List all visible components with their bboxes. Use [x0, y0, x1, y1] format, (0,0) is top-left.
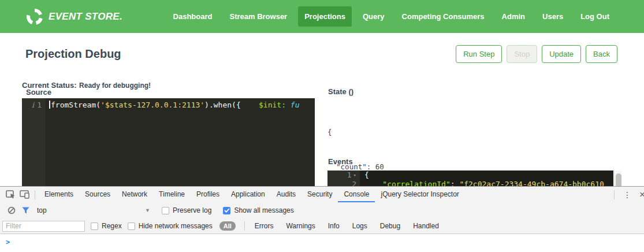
level-info[interactable]: Info	[322, 222, 346, 230]
event-store-logo-icon	[26, 8, 43, 25]
divider	[244, 221, 245, 231]
nav-item-log-out[interactable]: Log Out	[574, 6, 616, 27]
filter-all-badge[interactable]: All	[219, 221, 236, 231]
code-token: ).when({	[204, 101, 241, 109]
source-panel-label: Source	[26, 88, 51, 97]
show-all-messages-label: Show all messages	[234, 206, 293, 214]
devtools-tabbar: Elements Sources Network Timeline Profil…	[0, 187, 644, 202]
tab-elements[interactable]: Elements	[39, 187, 79, 202]
events-editor[interactable]: 1▾ { 2 "correlationId": "f2c02ac7-2334-4…	[327, 171, 613, 186]
source-line-number: 1	[37, 99, 42, 186]
devtools-panel: Elements Sources Network Timeline Profil…	[0, 186, 644, 252]
events-code-line: "correlationId": "f2c02ac7-2334-49cb-a67…	[360, 180, 604, 186]
preserve-log-checkbox[interactable]: Preserve log	[162, 206, 211, 214]
console-output: >	[0, 234, 644, 252]
level-warnings[interactable]: Warnings	[280, 222, 321, 230]
navbar: EVENT STORE. Dashboard Stream Browser Pr…	[0, 0, 644, 33]
tab-jquery-selector-inspector[interactable]: jQuery Selector Inspector	[375, 187, 464, 202]
level-errors[interactable]: Errors	[248, 222, 280, 230]
nav-item-projections[interactable]: Projections	[298, 6, 352, 27]
code-token-keyword: $init:	[259, 101, 286, 109]
tab-security[interactable]: Security	[301, 187, 338, 202]
tab-network[interactable]: Network	[116, 187, 153, 202]
nav-item-stream-browser[interactable]: Stream Browser	[223, 6, 293, 27]
divider	[614, 190, 615, 199]
nav-item-query[interactable]: Query	[356, 6, 391, 27]
inspect-element-icon[interactable]	[3, 188, 17, 202]
tab-timeline[interactable]: Timeline	[153, 187, 191, 202]
code-token-gap	[364, 180, 382, 186]
hide-network-messages-checkbox[interactable]: Hide network messages	[128, 222, 213, 230]
brand-name: EVENT STORE.	[49, 11, 122, 23]
code-token-gap	[241, 101, 259, 109]
kebab-menu-icon[interactable]: ⋮	[618, 190, 636, 199]
regex-checkbox[interactable]: Regex	[91, 222, 122, 230]
events-gutter: 1▾	[327, 171, 360, 180]
execution-context-selector[interactable]: top ▼	[37, 206, 150, 214]
main-nav: Dashboard Stream Browser Projections Que…	[165, 6, 618, 27]
header-buttons: Run Step Stop Update Back	[456, 45, 617, 63]
state-json-line: {	[327, 127, 384, 138]
chevron-down-icon: ▼	[145, 207, 150, 213]
code-token-string: '$stats-127.0.0.1:2113'	[100, 101, 204, 109]
source-code-editor[interactable]: i 1 fromStream('$stats-127.0.0.1:2113').…	[22, 98, 315, 186]
clear-console-icon[interactable]	[5, 203, 18, 217]
events-line: 1▾ {	[327, 171, 613, 180]
code-token-key: "correlationId"	[382, 180, 450, 186]
nav-item-users[interactable]: Users	[536, 6, 569, 27]
events-line-number: 2	[352, 180, 356, 186]
events-scrollbar[interactable]	[614, 171, 622, 186]
console-prompt-chevron-icon: >	[6, 238, 10, 246]
nav-item-admin[interactable]: Admin	[496, 6, 531, 27]
code-token-string: "f2c02ac7-2334-49cb-a674-bb0c610	[459, 180, 604, 186]
code-token-function: fu	[291, 101, 300, 109]
code-token-gap	[286, 101, 291, 109]
code-token: fromStream(	[51, 101, 100, 109]
state-panel-label: State ()	[328, 87, 353, 96]
show-all-messages-checkbox[interactable]: Show all messages	[223, 206, 293, 214]
console-filter-bar: Regex Hide network messages All Errors W…	[0, 218, 644, 234]
code-token: {	[360, 171, 369, 180]
source-gutter: i 1	[22, 98, 46, 186]
regex-label: Regex	[102, 222, 122, 230]
checkbox-unchecked	[91, 223, 98, 230]
page-title: Projection Debug	[25, 47, 121, 61]
run-step-button[interactable]: Run Step	[456, 45, 502, 63]
checkbox-unchecked	[128, 223, 135, 230]
code-token: :	[451, 180, 460, 186]
update-button[interactable]: Update	[542, 45, 581, 63]
devtools-window-controls: ⋮ ×	[611, 187, 644, 202]
tab-audits[interactable]: Audits	[271, 187, 301, 202]
text-cursor	[49, 101, 50, 109]
nav-item-dashboard[interactable]: Dashboard	[167, 6, 219, 27]
stop-button[interactable]: Stop	[507, 45, 537, 63]
console-input-row[interactable]: >	[0, 234, 644, 246]
events-panel-label: Events	[328, 157, 353, 166]
tab-application[interactable]: Application	[225, 187, 271, 202]
nav-item-competing-consumers[interactable]: Competing Consumers	[396, 6, 491, 27]
tab-console[interactable]: Console	[338, 187, 375, 202]
console-toolbar: top ▼ Preserve log Show all messages	[0, 202, 644, 218]
info-annotation-icon: i	[32, 99, 34, 186]
fold-arrow-icon[interactable]: ▾	[353, 171, 356, 180]
close-icon[interactable]: ×	[636, 189, 644, 201]
tab-sources[interactable]: Sources	[79, 187, 116, 202]
filter-input[interactable]	[2, 221, 85, 232]
divider	[35, 190, 35, 199]
events-line-number: 1	[347, 171, 352, 180]
brand[interactable]: EVENT STORE.	[26, 8, 122, 25]
back-button[interactable]: Back	[586, 45, 617, 63]
tab-profiles[interactable]: Profiles	[191, 187, 225, 202]
hide-network-messages-label: Hide network messages	[139, 222, 213, 230]
execution-context-value: top	[37, 206, 47, 214]
level-debug[interactable]: Debug	[374, 222, 407, 230]
scrollbar-thumb[interactable]	[616, 173, 621, 186]
preserve-log-label: Preserve log	[173, 206, 211, 214]
level-handled[interactable]: Handled	[407, 222, 445, 230]
device-toolbar-icon[interactable]	[17, 188, 31, 202]
events-line: 2 "correlationId": "f2c02ac7-2334-49cb-a…	[327, 180, 613, 186]
filter-icon[interactable]	[18, 203, 32, 217]
level-logs[interactable]: Logs	[346, 222, 374, 230]
checkbox-unchecked	[162, 207, 169, 214]
events-gutter: 2	[327, 180, 360, 186]
